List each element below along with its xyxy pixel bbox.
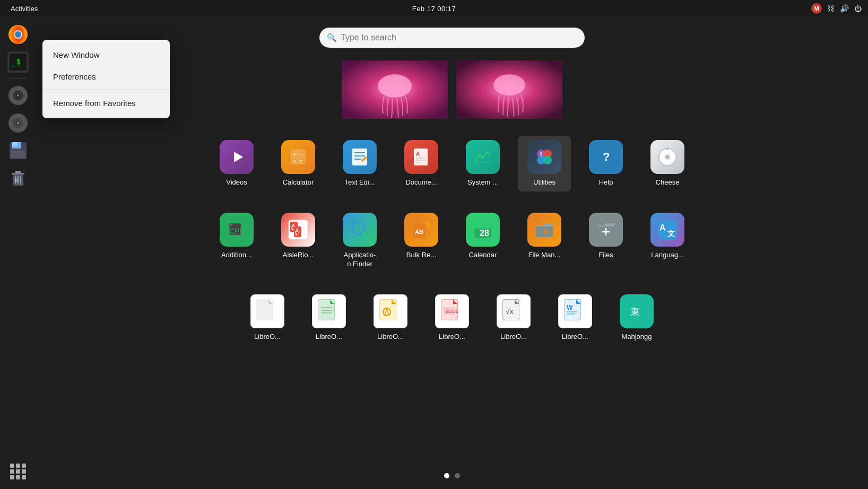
app-item-libreoffice2[interactable]: LibreO... xyxy=(302,290,355,346)
app-icon-texteditor xyxy=(343,140,377,174)
app-item-files[interactable]: Files xyxy=(579,208,632,273)
app-item-calendar[interactable]: 28 Calendar xyxy=(456,208,509,273)
app-icon-fileman xyxy=(527,213,561,247)
sidebar-item-disc2[interactable] xyxy=(6,111,30,135)
window-previews xyxy=(342,60,562,119)
svg-line-70 xyxy=(363,233,368,238)
app-icon-libreoffice3 xyxy=(374,294,407,328)
app-item-libreoffice1[interactable]: LibreO... xyxy=(241,290,294,346)
svg-rect-76 xyxy=(474,223,491,229)
app-label-mahjongg: Mahjongg xyxy=(621,333,652,342)
app-label-libreoffice2: LibreO... xyxy=(316,333,342,342)
app-label-bulk: Bulk Re... xyxy=(406,251,436,260)
app-label-libreoffice4: LibreO... xyxy=(439,333,465,342)
app-label-system: System ... xyxy=(467,178,498,187)
context-menu-item-new-window[interactable]: New Window xyxy=(42,44,170,66)
svg-point-3 xyxy=(15,31,21,38)
context-menu: New Window Preferences Remove from Favor… xyxy=(42,40,170,118)
app-label-utilities: Utilities xyxy=(533,178,555,187)
app-icon-language: A 文 xyxy=(650,213,684,247)
app-label-help: Help xyxy=(599,178,613,187)
svg-line-74 xyxy=(426,230,430,234)
topbar-datetime: Feb 17 00:17 xyxy=(412,5,456,13)
app-icon-mahjongg: 東 xyxy=(620,294,654,328)
sidebar-item-grid[interactable] xyxy=(6,459,30,484)
power-icon[interactable]: ⏻ xyxy=(854,4,862,13)
app-item-appfinder[interactable]: Applicatio-n Finder xyxy=(333,208,386,273)
sidebar-item-trash[interactable]: ♻ xyxy=(6,166,30,190)
window-preview-2[interactable] xyxy=(456,60,562,119)
svg-point-30 xyxy=(496,76,523,93)
sidebar-item-firefox[interactable] xyxy=(6,22,30,47)
context-menu-separator xyxy=(42,90,170,90)
window-preview-1[interactable] xyxy=(342,60,448,119)
topbar-right: M ⛓ 🔊 ⏻ xyxy=(811,3,862,14)
sidebar-item-save[interactable] xyxy=(6,138,30,163)
svg-rect-17 xyxy=(11,151,25,158)
app-item-language[interactable]: A 文 Languag... xyxy=(641,208,694,273)
search-input[interactable] xyxy=(319,28,585,48)
app-label-cheese: Cheese xyxy=(656,178,680,187)
sidebar-item-disc1[interactable] xyxy=(6,83,30,108)
app-icon-libreoffice6: W xyxy=(558,294,592,328)
app-label-libreoffice1: LibreO... xyxy=(254,333,281,342)
activities-button[interactable]: Activities xyxy=(6,4,42,14)
context-menu-item-remove-favorites[interactable]: Remove from Favorites xyxy=(42,92,170,114)
app-item-libreoffice5[interactable]: √x LibreO... xyxy=(487,290,540,346)
app-label-files: Files xyxy=(598,251,613,260)
svg-rect-20 xyxy=(15,171,21,173)
svg-text:√x: √x xyxy=(506,307,514,316)
page-dot-1[interactable] xyxy=(444,473,449,478)
context-menu-item-preferences[interactable]: Preferences xyxy=(42,66,170,88)
sidebar-separator-1 xyxy=(10,78,27,79)
sidebar: _$ xyxy=(0,17,36,489)
app-item-utilities[interactable]: 🎙 Utilities xyxy=(518,136,571,191)
search-icon: 🔍 xyxy=(327,33,337,42)
app-item-calculator[interactable]: + − × = Calculator xyxy=(272,136,325,191)
volume-icon[interactable]: 🔊 xyxy=(840,4,849,13)
app-icon-addition: ⬛ CPU xyxy=(220,213,254,247)
user-avatar[interactable]: M xyxy=(811,3,822,14)
app-item-aisleriot[interactable]: A ♥ A ♦ AisleRio... xyxy=(272,208,325,273)
app-label-addition: Addition... xyxy=(221,251,252,260)
svg-text:🎙: 🎙 xyxy=(539,152,544,157)
svg-text:28: 28 xyxy=(480,229,489,238)
svg-text:♥: ♥ xyxy=(291,227,294,232)
svg-text:文: 文 xyxy=(667,229,675,238)
page-dot-2[interactable] xyxy=(455,473,460,478)
sidebar-item-terminal[interactable]: _$ xyxy=(6,50,30,74)
app-item-addition[interactable]: ⬛ CPU Addition... xyxy=(210,208,263,273)
svg-point-27 xyxy=(380,76,410,95)
app-item-documents[interactable]: A Docume... xyxy=(395,136,448,191)
topbar-left: Activities xyxy=(6,4,42,14)
app-item-help[interactable]: ? Help xyxy=(579,136,632,191)
app-icon-cheese xyxy=(650,140,684,174)
svg-text:=: = xyxy=(299,158,302,164)
svg-rect-16 xyxy=(12,142,18,146)
svg-text:AB: AB xyxy=(415,229,423,235)
app-item-libreoffice4[interactable]: SLIDE LibreO... xyxy=(426,290,479,346)
svg-point-13 xyxy=(17,122,19,124)
app-item-videos[interactable]: Videos xyxy=(210,136,263,191)
app-item-libreoffice6[interactable]: W LibreO... xyxy=(549,290,602,346)
svg-text:_$: _$ xyxy=(12,57,21,66)
app-label-libreoffice3: LibreO... xyxy=(377,333,404,342)
app-item-mahjongg[interactable]: 東 Mahjongg xyxy=(610,290,663,346)
search-wrapper: 🔍 xyxy=(319,28,585,48)
grid-icon xyxy=(10,464,26,479)
app-grid: Videos + − × = Calculator xyxy=(210,136,694,478)
app-item-libreoffice3[interactable]: LibreO... xyxy=(364,290,417,346)
network-icon[interactable]: ⛓ xyxy=(827,4,835,13)
svg-point-57 xyxy=(666,156,669,158)
app-item-cheese[interactable]: Cheese xyxy=(641,136,694,191)
app-item-texteditor[interactable]: Text Edi... xyxy=(333,136,386,191)
svg-text:?: ? xyxy=(603,150,610,163)
app-item-bulk[interactable]: AB Bulk Re... xyxy=(395,208,448,273)
app-item-system[interactable]: System ... xyxy=(456,136,509,191)
svg-text:♦: ♦ xyxy=(295,232,297,237)
app-label-calculator: Calculator xyxy=(283,178,314,187)
app-icon-aisleriot: A ♥ A ♦ xyxy=(281,213,315,247)
app-item-fileman[interactable]: File Man... xyxy=(518,208,571,273)
svg-point-58 xyxy=(667,149,669,150)
svg-point-9 xyxy=(17,94,19,97)
